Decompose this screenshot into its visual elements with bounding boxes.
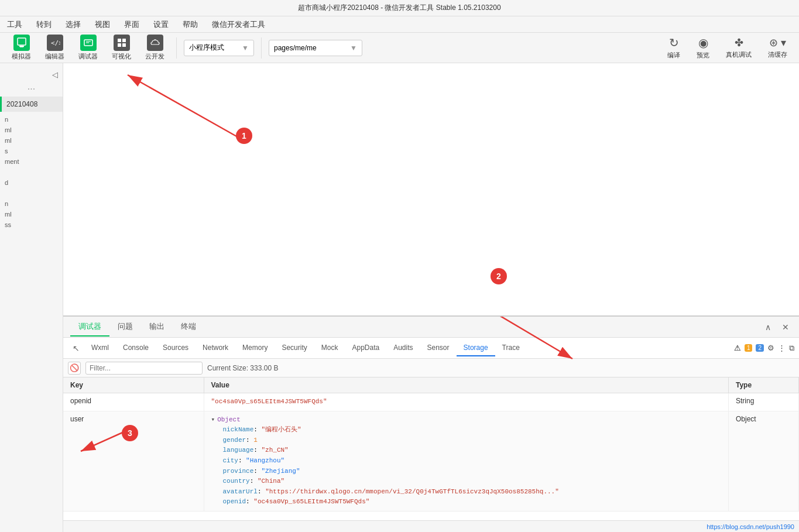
separator-1	[176, 37, 177, 59]
menu-tools[interactable]: 工具	[5, 18, 25, 31]
file-item[interactable]: ml	[0, 135, 63, 146]
file-item[interactable]	[0, 188, 63, 198]
file-item[interactable]: ss	[0, 219, 63, 230]
table-row[interactable]: openid "oc4sa0Vp_s65LEItm4JSWT5WFQds" St…	[63, 393, 799, 411]
mode-select[interactable]: 小程序模式 ▼	[184, 40, 254, 56]
menu-goto[interactable]: 转到	[34, 18, 54, 31]
clear-filter-button[interactable]: 🚫	[68, 362, 81, 375]
menu-view[interactable]: 视图	[92, 18, 112, 31]
file-item[interactable]: ml	[0, 125, 63, 135]
annotation-3-wrapper: 3	[122, 425, 138, 441]
menu-settings[interactable]: 设置	[151, 18, 171, 31]
menu-devtools[interactable]: 微信开发者工具	[210, 18, 268, 31]
visualize-label: 可视化	[112, 52, 131, 61]
real-debug-label: 真机调试	[726, 50, 752, 59]
debugger-button[interactable]: 调试器	[74, 32, 102, 63]
panel-tabs: 调试器 问题 输出 终端	[70, 318, 204, 337]
value-user: ▾Object nickName: "编程小石头" gender: 1 lang…	[204, 411, 729, 511]
file-item[interactable]: s	[0, 146, 63, 156]
warning-badge: ⚠	[734, 344, 741, 352]
warning-count: 1	[745, 344, 753, 352]
storage-table: Key Value Type openid "oc4sa0Vp_s65LEItm…	[63, 377, 799, 520]
tab-network[interactable]: Network	[196, 340, 235, 356]
visualize-button[interactable]: 可视化	[107, 32, 136, 63]
path-select[interactable]: pages/me/me ▼	[269, 40, 362, 56]
tab-trace[interactable]: Trace	[495, 340, 527, 356]
tab-console[interactable]: Console	[116, 340, 156, 356]
svg-rect-8	[122, 39, 126, 42]
clear-cache-button[interactable]: ⊛ ▾ 清缓存	[763, 34, 792, 61]
more-icon[interactable]: ⋮	[778, 344, 786, 352]
panel-expand-button[interactable]: ∧	[762, 321, 774, 334]
bottom-panel: 调试器 问题 输出 终端 ∧ ✕ ↖ Wxml Console Sources …	[63, 315, 799, 532]
tab-appdata[interactable]: AppData	[345, 340, 386, 356]
annotation-circle-2: 2	[491, 268, 507, 284]
annotation-2: 2	[491, 268, 507, 284]
preview-label: 预览	[697, 51, 709, 60]
tab-security[interactable]: Security	[275, 340, 314, 356]
file-item[interactable]	[0, 167, 63, 177]
mode-select-arrow: ▼	[242, 44, 249, 52]
file-item[interactable]: ml	[0, 209, 63, 219]
tab-debugger[interactable]: 调试器	[70, 318, 109, 337]
real-debug-button[interactable]: ✤ 真机调试	[721, 34, 756, 61]
debugger-icon	[80, 35, 97, 51]
undock-icon[interactable]: ⧉	[789, 344, 794, 353]
left-sidebar: ◁ ··· 20210408 n ml ml s ment d n ml ss	[0, 63, 63, 532]
simulator-button[interactable]: 模拟器	[7, 32, 36, 63]
file-item[interactable]: n	[0, 114, 63, 125]
filter-input[interactable]	[85, 362, 203, 375]
svg-rect-0	[18, 38, 26, 45]
key-openid: openid	[63, 393, 204, 411]
tab-sensor[interactable]: Sensor	[420, 340, 457, 356]
settings-icon[interactable]: ⚙	[767, 344, 774, 352]
preview-button[interactable]: ◉ 预览	[692, 33, 714, 62]
debugger-label: 调试器	[78, 52, 98, 61]
devtools-tabs: ↖ Wxml Console Sources Network Memory Se…	[63, 338, 799, 359]
value-openid: "oc4sa0Vp_s65LEItm4JSWT5WFQds"	[204, 393, 729, 411]
compile-button[interactable]: ↻ 编译	[663, 33, 685, 62]
menu-help[interactable]: 帮助	[180, 18, 200, 31]
table-header: Key Value Type	[63, 377, 799, 393]
sidebar-collapse[interactable]: ◁	[0, 68, 63, 81]
menu-interface[interactable]: 界面	[122, 18, 142, 31]
tab-memory[interactable]: Memory	[235, 340, 275, 356]
arrow-overlay-1	[63, 63, 799, 315]
svg-text:</>: </>	[51, 39, 60, 47]
tab-sources[interactable]: Sources	[156, 340, 196, 356]
menu-select[interactable]: 选择	[63, 18, 83, 31]
col-type: Type	[729, 377, 799, 393]
current-size: Current Size: 333.00 B	[207, 364, 278, 372]
tab-storage[interactable]: Storage	[457, 340, 495, 356]
panel-close-button[interactable]: ✕	[779, 321, 792, 334]
tab-issues[interactable]: 问题	[109, 318, 141, 337]
preview-area: 1 2	[63, 63, 799, 315]
table-row[interactable]: user ▾Object nickName: "编程小石头" gender: 1…	[63, 411, 799, 511]
tab-mock[interactable]: Mock	[314, 340, 345, 356]
title-bar: 超市商城小程序20210408 - 微信开发者工具 Stable 1.05.21…	[0, 0, 799, 16]
content-area: 1 2 调试器	[63, 63, 799, 532]
file-item[interactable]: d	[0, 177, 63, 188]
tab-wxml[interactable]: Wxml	[84, 340, 116, 356]
cloud-button[interactable]: 云开发	[140, 32, 169, 63]
tab-terminal[interactable]: 终端	[173, 318, 204, 337]
tab-audits[interactable]: Audits	[386, 340, 420, 356]
file-item[interactable]: n	[0, 198, 63, 209]
status-bar: https://blog.csdn.net/push1990	[63, 520, 799, 532]
status-link[interactable]: https://blog.csdn.net/push1990	[707, 523, 794, 530]
type-user: Object	[729, 411, 799, 511]
project-name: 20210408	[0, 97, 63, 112]
cloud-label: 云开发	[145, 52, 164, 61]
collapse-arrow[interactable]: ▾	[211, 416, 215, 423]
compile-label: 编译	[667, 51, 680, 60]
editor-button[interactable]: </> 编辑器	[40, 32, 69, 63]
cursor-tab[interactable]: ↖	[68, 340, 84, 356]
tab-output[interactable]: 输出	[141, 318, 173, 337]
file-list: n ml ml s ment d n ml ss	[0, 112, 63, 527]
col-key: Key	[63, 377, 204, 393]
col-value: Value	[204, 377, 729, 393]
svg-line-12	[128, 75, 242, 139]
simulator-icon	[13, 35, 30, 51]
file-item[interactable]: ment	[0, 156, 63, 167]
preview-icon: ◉	[698, 36, 708, 50]
